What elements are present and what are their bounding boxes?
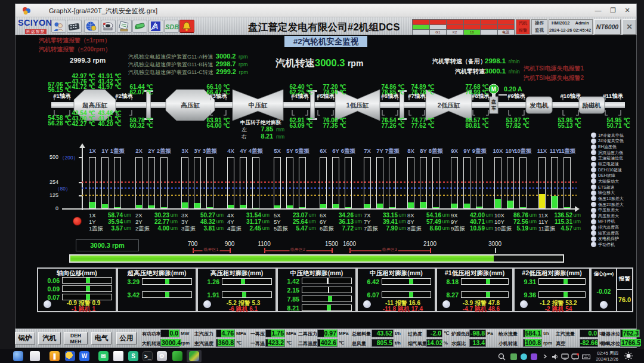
vibration-unit: um — [170, 219, 178, 224]
taskbar-clock[interactable]: 02:45 周四2024/12/26 — [593, 350, 618, 362]
vibration-point-label: 2Y — [135, 219, 143, 225]
status-value-text: 3000.4 — [161, 339, 181, 346]
main-speed-unit: rpm — [348, 59, 363, 68]
speaker-icon[interactable] — [551, 352, 559, 361]
gauge-value: 9.31 — [517, 278, 536, 285]
critical-zone-label: 临界区1 — [203, 247, 220, 253]
bar-label: 4Y — [240, 147, 247, 154]
indicator-lamp-icon — [591, 208, 596, 213]
gauge-marker — [242, 292, 246, 297]
expand-icon[interactable] — [541, 352, 550, 361]
indicator-label: DEH110超速 — [598, 167, 622, 173]
keyboard-icon[interactable] — [582, 352, 590, 361]
vibration-value: 50.27 — [200, 212, 215, 219]
s-app-icon[interactable]: S — [128, 351, 138, 361]
nav-button-deh-meh[interactable]: DEHMEH — [64, 332, 88, 344]
vibration-point-label: 9X — [451, 212, 458, 219]
status-value: 805.5 — [371, 339, 394, 347]
gauge-row: 0.09 — [41, 285, 112, 292]
main-speed-label: 汽机转速 — [275, 57, 315, 68]
vibration-value: 3.81 — [204, 225, 215, 232]
eccentricity-panel: 偏心(μm) -0.02 报警 76.0 — [590, 267, 633, 312]
zero-speed-value: 2998.1 — [485, 57, 506, 64]
indicator-lamp-icon — [591, 162, 596, 167]
bar-label: 6Y — [332, 147, 339, 154]
gauge-value: 1.91 — [200, 291, 219, 299]
brightness-icon[interactable] — [624, 351, 633, 361]
cube-icon[interactable] — [172, 351, 182, 361]
bar-label: 11盖振 — [558, 147, 575, 155]
notes-icon[interactable] — [113, 351, 123, 361]
chat-icon[interactable] — [571, 352, 580, 361]
gauge-value: 3.29 — [120, 278, 140, 285]
display-icon[interactable] — [561, 352, 569, 361]
bearing-temp: 66.47 ℃ — [206, 89, 230, 96]
status-value-text: 805.5 — [377, 339, 393, 346]
globe-tray-icon[interactable] — [520, 352, 528, 361]
vibration-value: 30.23 — [154, 212, 169, 219]
nav-button-turbine[interactable]: 汽机 — [38, 332, 61, 344]
status-value: -2.0 — [426, 330, 442, 337]
bar-fill — [114, 207, 120, 208]
wps-icon[interactable]: W — [79, 351, 89, 361]
panel-title: 中压相对膨胀(mm) — [358, 269, 435, 278]
indicator-label: ETS超速 — [598, 184, 615, 190]
vibration-unit: um — [529, 212, 537, 218]
status-unit: ℃ — [444, 331, 449, 336]
bar-fill — [433, 207, 439, 208]
vibration-unit: um — [216, 225, 224, 231]
purple-app-icon-part — [530, 353, 538, 361]
search-icon[interactable] — [498, 352, 506, 361]
vibration-value-cell: 10X86.76um — [494, 212, 537, 219]
settings-icon[interactable]: ⚙ — [157, 351, 167, 361]
vibration-value-cell: 5X23.07um — [274, 212, 316, 219]
bar-fill — [299, 207, 305, 208]
gauge-value: 7.85 — [280, 296, 299, 303]
status-label: 给水流量 — [499, 331, 518, 337]
appstore-icon[interactable]: ❚ — [49, 351, 60, 361]
bearing-bracket — [305, 110, 308, 115]
panel-title: 高压相对膨胀(mm) — [198, 269, 275, 278]
graphx-active-icon[interactable] — [189, 351, 199, 361]
indicator-lamp-icon — [591, 219, 596, 224]
nav-button-common[interactable]: 公用 — [116, 332, 137, 344]
bearing-temp: 77.35 ℃ — [323, 122, 346, 129]
vibration-value: 5.47 — [296, 225, 308, 232]
bar-label: 4X — [227, 147, 234, 154]
vibration-bar — [376, 157, 383, 208]
bearing-bracket — [576, 110, 578, 115]
pet-icon[interactable] — [65, 351, 75, 361]
nav-button-boiler[interactable]: 锅炉 — [15, 332, 35, 344]
trip-indicator: EH油压低 — [591, 144, 624, 150]
vibration-unit: um — [170, 212, 178, 218]
cube-tray-icon[interactable] — [510, 352, 518, 361]
status-label: 真空 — [556, 340, 565, 347]
mail-icon[interactable]: ✉ — [98, 351, 109, 361]
gauge-value: 8.27 — [439, 291, 459, 299]
status-dot — [44, 300, 51, 308]
purple-app-icon[interactable] — [530, 352, 538, 361]
bar-fill — [389, 207, 395, 208]
motor-letter: M — [491, 86, 496, 93]
browser-icon[interactable] — [13, 351, 23, 361]
trip-indicator: 轴瓦温度高 — [591, 230, 624, 236]
rotor-expansion-key: 右 — [241, 134, 247, 140]
folders-icon[interactable] — [30, 351, 40, 361]
vibration-unit: um — [573, 219, 581, 224]
vibration-value-cell: 10盖振5.19um — [494, 225, 537, 232]
status-value-text: 360.8 — [218, 339, 234, 346]
status-value-text: -98.8 — [470, 330, 485, 337]
trip-indicator: 发电机保护 — [591, 236, 624, 242]
bearing-temp: 62.07 ℃ — [129, 89, 153, 96]
status-unit: t/h — [395, 340, 401, 346]
vibration-value: 33.15 — [383, 212, 398, 219]
terminal-icon[interactable]: >_ — [143, 351, 153, 361]
nav-button-electrical[interactable]: 电气 — [91, 332, 112, 344]
vibration-point-label: 9盖振 — [451, 225, 465, 232]
bar-label: 10X — [493, 147, 503, 154]
trip-indicator: DEH故障 — [591, 173, 624, 179]
trip-limit-line — [82, 182, 577, 183]
speed-tick-label: 900 — [225, 241, 235, 247]
bearing-bracket — [563, 110, 565, 115]
gauge-marker — [328, 287, 330, 293]
